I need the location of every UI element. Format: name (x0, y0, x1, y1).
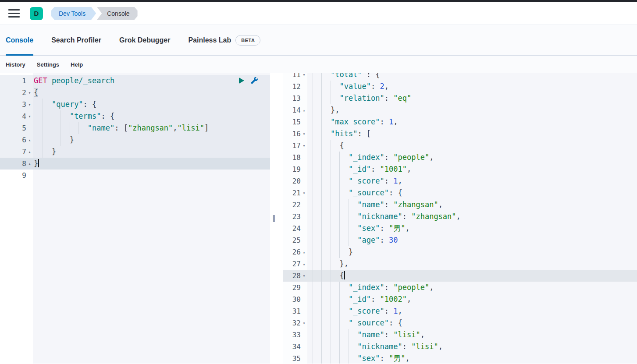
code-text[interactable]: "query": { (33, 99, 270, 110)
code-text[interactable]: } (33, 146, 270, 158)
code-line[interactable]: 20 "_score": 1, (283, 175, 637, 187)
request-settings-button[interactable] (251, 77, 258, 84)
code-line[interactable]: 21▾ "_source": { (283, 187, 637, 199)
request-editor[interactable]: 1GET people/_search2▾{3▾ "query": {4▾ "t… (0, 73, 270, 364)
code-line[interactable]: 30 "_id": "1002", (283, 293, 637, 305)
code-text[interactable]: "_source": { (307, 187, 637, 199)
code-text[interactable]: } (307, 246, 637, 258)
code-line[interactable]: 9 (0, 170, 270, 181)
code-line[interactable]: 18 "_index": "people", (283, 152, 637, 163)
code-text[interactable]: "_id": "1002", (307, 293, 637, 305)
code-line[interactable]: 15 "max_score": 1, (283, 116, 637, 128)
code-line[interactable]: 25 "age": 30 (283, 234, 637, 246)
code-text[interactable]: "hits": [ (307, 128, 637, 140)
code-line[interactable]: 29 "_index": "people", (283, 282, 637, 293)
code-text[interactable]: "name": "zhangsan", (307, 199, 637, 211)
menu-item-history[interactable]: History (6, 61, 25, 68)
code-line[interactable]: 13 "relation": "eq" (283, 92, 637, 104)
fold-toggle-icon[interactable]: ▴ (301, 258, 307, 270)
code-line[interactable]: 31 "_score": 1, (283, 305, 637, 317)
fold-toggle-icon[interactable]: ▾ (301, 317, 307, 329)
fold-toggle-icon[interactable]: ▾ (301, 140, 307, 152)
code-line[interactable]: 6▴ } (0, 134, 270, 146)
code-text[interactable]: { (307, 140, 637, 152)
code-text[interactable]: "total" : { (307, 73, 637, 81)
code-text[interactable]: "max_score": 1, (307, 116, 637, 128)
code-line[interactable]: 8▴} (0, 158, 270, 170)
fold-toggle-icon[interactable]: ▾ (301, 187, 307, 199)
code-line[interactable]: 17▾ { (283, 140, 637, 152)
code-line[interactable]: 24 "sex": "男", (283, 223, 637, 234)
code-text[interactable]: "_source": { (307, 317, 637, 329)
code-line[interactable]: 34 "nickname": "lisi", (283, 341, 637, 353)
code-line[interactable]: 7▴ } (0, 146, 270, 158)
code-text[interactable]: "_index": "people", (307, 152, 637, 163)
code-line[interactable]: 28▾ { (283, 270, 637, 282)
fold-toggle-icon[interactable]: ▾ (26, 87, 33, 99)
code-line[interactable]: 11▾ "total" : { (283, 73, 637, 81)
tab-painless-lab[interactable]: Painless LabBETA (188, 25, 260, 55)
app-logo[interactable]: D (30, 7, 43, 20)
menu-button[interactable] (8, 9, 20, 18)
code-line[interactable]: 27▴ }, (283, 258, 637, 270)
code-line[interactable]: 23 "nickname": "zhangsan", (283, 211, 637, 223)
code-line[interactable]: 14▴ }, (283, 104, 637, 116)
code-text[interactable] (33, 170, 270, 181)
fold-toggle-icon[interactable]: ▾ (301, 128, 307, 140)
code-line[interactable]: 12 "value": 2, (283, 81, 637, 92)
tab-search-profiler[interactable]: Search Profiler (51, 25, 101, 55)
send-request-button[interactable] (238, 77, 245, 84)
fold-toggle-icon[interactable]: ▾ (301, 270, 307, 282)
code-text[interactable]: "nickname": "lisi", (307, 341, 637, 353)
code-line[interactable]: 33 "name": "lisi", (283, 329, 637, 341)
code-text[interactable]: }, (307, 104, 637, 116)
code-line[interactable]: 2▾{ (0, 87, 270, 99)
code-text[interactable]: "sex": "男", (307, 223, 637, 234)
fold-toggle-icon[interactable]: ▴ (301, 246, 307, 258)
code-line[interactable]: 32▾ "_source": { (283, 317, 637, 329)
fold-toggle-icon[interactable]: ▴ (301, 104, 307, 116)
menu-item-help[interactable]: Help (71, 61, 83, 68)
code-text[interactable]: "sex": "男", (307, 353, 637, 364)
code-text[interactable]: "_id": "1001", (307, 163, 637, 175)
code-text[interactable]: "name": ["zhangsan","lisi"] (33, 122, 270, 134)
response-viewer[interactable]: 11▾ "total" : {12 "value": 2,13 "relatio… (283, 73, 637, 364)
code-text[interactable]: "relation": "eq" (307, 92, 637, 104)
menu-item-settings[interactable]: Settings (37, 61, 59, 68)
fold-toggle-icon[interactable]: ▾ (301, 73, 307, 81)
code-text[interactable]: } (33, 158, 270, 170)
code-line[interactable]: 19 "_id": "1001", (283, 163, 637, 175)
code-text[interactable]: } (33, 134, 270, 146)
fold-toggle-icon[interactable]: ▴ (26, 146, 33, 158)
code-text[interactable]: "_score": 1, (307, 305, 637, 317)
breadcrumb-console[interactable]: Console (97, 7, 137, 20)
breadcrumb-dev-tools[interactable]: Dev Tools (51, 7, 96, 20)
resize-handle-icon[interactable]: ‖ (272, 212, 276, 224)
tab-grok-debugger[interactable]: Grok Debugger (119, 25, 170, 55)
code-line[interactable]: 1GET people/_search (0, 75, 270, 87)
code-line[interactable]: 26▴ } (283, 246, 637, 258)
code-line[interactable]: 35 "sex": "男", (283, 353, 637, 364)
fold-toggle-icon[interactable]: ▴ (26, 158, 33, 170)
code-line[interactable]: 5 "name": ["zhangsan","lisi"] (0, 122, 270, 134)
code-line[interactable]: 3▾ "query": { (0, 99, 270, 110)
fold-toggle-icon[interactable]: ▾ (26, 99, 33, 110)
code-line[interactable]: 22 "name": "zhangsan", (283, 199, 637, 211)
code-text[interactable]: "nickname": "zhangsan", (307, 211, 637, 223)
code-text[interactable]: "_score": 1, (307, 175, 637, 187)
pane-splitter[interactable]: ‖ (270, 73, 283, 364)
code-text[interactable]: { (33, 87, 270, 99)
fold-toggle-icon[interactable]: ▾ (26, 110, 33, 122)
code-line[interactable]: 16▾ "hits": [ (283, 128, 637, 140)
code-text[interactable]: "_index": "people", (307, 282, 637, 293)
code-text[interactable]: "terms": { (33, 110, 270, 122)
fold-toggle-icon[interactable]: ▴ (26, 134, 33, 146)
code-text[interactable]: }, (307, 258, 637, 270)
code-text[interactable]: { (307, 270, 637, 282)
tab-console[interactable]: Console (6, 25, 33, 55)
code-text[interactable]: GET people/_search (33, 75, 270, 87)
code-text[interactable]: "value": 2, (307, 81, 637, 92)
code-line[interactable]: 4▾ "terms": { (0, 110, 270, 122)
code-text[interactable]: "age": 30 (307, 234, 637, 246)
code-text[interactable]: "name": "lisi", (307, 329, 637, 341)
